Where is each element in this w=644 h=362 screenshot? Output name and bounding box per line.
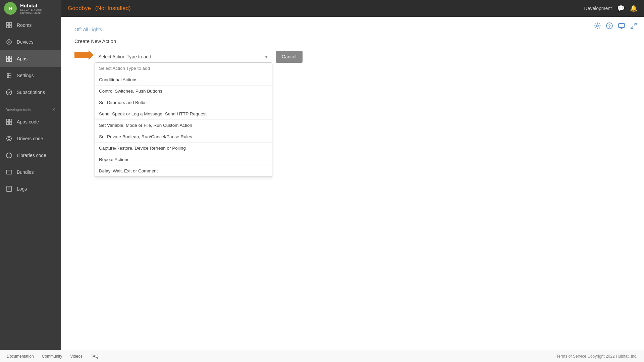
dropdown-item-placeholder[interactable]: Select Action Type to add — [95, 63, 272, 74]
dropdown-item-repeat-actions[interactable]: Repeat Actions — [95, 154, 272, 165]
apps-icon — [5, 55, 13, 62]
apps-label: Apps — [17, 56, 28, 61]
settings-label: Settings — [17, 73, 34, 78]
sidebar-item-subscriptions[interactable]: Subscriptions — [0, 84, 61, 101]
svg-rect-15 — [9, 59, 12, 61]
sidebar: Rooms Devices — [0, 17, 61, 350]
cancel-button[interactable]: Cancel — [276, 51, 303, 63]
svg-rect-5 — [9, 25, 12, 28]
sidebar-item-apps-code[interactable]: Apps code — [0, 113, 61, 130]
svg-rect-13 — [9, 56, 12, 58]
svg-line-48 — [631, 27, 633, 29]
svg-rect-35 — [6, 170, 12, 174]
bundles-label: Bundles — [17, 169, 34, 175]
content-inner: ? — [61, 17, 644, 73]
svg-rect-14 — [6, 59, 9, 61]
dropdown-item-control-switches[interactable]: Control Switches, Push Buttons — [95, 86, 272, 97]
footer-copyright: Terms of Service Copyright 2022 Hubitat,… — [556, 354, 637, 359]
env-label: Development — [584, 6, 612, 11]
footer-link-community[interactable]: Community — [42, 354, 62, 359]
settings-icon — [5, 72, 13, 79]
rooms-label: Rooms — [17, 22, 32, 28]
logo-text: Hubitat ELEVATE YOUR ENVIRONMENT — [20, 3, 57, 14]
footer: Documentation Community Videos FAQ Terms… — [0, 350, 644, 362]
footer-link-videos[interactable]: Videos — [70, 354, 82, 359]
brand-tagline: ELEVATE YOUR ENVIRONMENT — [20, 8, 57, 14]
section-title: Create New Action — [74, 38, 631, 44]
svg-rect-12 — [6, 56, 9, 58]
svg-rect-3 — [9, 22, 12, 25]
svg-point-21 — [7, 76, 9, 78]
drivers-code-label: Drivers code — [17, 136, 43, 141]
breadcrumb: Off: All Lights — [74, 27, 631, 32]
toolbar-display-icon[interactable] — [618, 22, 625, 31]
sidebar-item-logs[interactable]: Logs — [0, 180, 61, 197]
libraries-code-icon — [5, 152, 13, 159]
collapse-icon[interactable]: ✕ — [52, 107, 56, 112]
svg-rect-44 — [619, 23, 625, 28]
svg-line-47 — [634, 23, 636, 25]
toolbar-help-icon[interactable]: ? — [606, 22, 613, 31]
dropdown-item-conditional[interactable]: Conditional Actions — [95, 74, 272, 86]
toolbar-expand-icon[interactable] — [630, 22, 637, 31]
svg-rect-25 — [6, 122, 9, 124]
arrow-body — [74, 52, 89, 58]
footer-link-documentation[interactable]: Documentation — [7, 354, 34, 359]
devices-label: Devices — [17, 39, 34, 45]
dropdown-item-capture-restore[interactable]: Capture/Restore, Device Refresh or Polli… — [95, 143, 272, 154]
svg-rect-24 — [9, 119, 12, 121]
chevron-down-icon: ▼ — [264, 54, 269, 59]
svg-text:?: ? — [608, 23, 611, 29]
dropdown-item-set-private[interactable]: Set Private Boolean, Run/Cancel/Pause Ru… — [95, 131, 272, 143]
subscriptions-label: Subscriptions — [17, 90, 45, 95]
sidebar-item-rooms[interactable]: Rooms — [0, 17, 61, 34]
action-row: Select Action Type to add ▼ Select Actio… — [74, 51, 631, 63]
svg-rect-26 — [9, 122, 12, 124]
select-current-value: Select Action Type to add — [98, 54, 151, 59]
brand-name: Hubitat — [20, 3, 57, 8]
svg-point-28 — [8, 138, 10, 140]
libraries-code-label: Libraries code — [17, 153, 46, 158]
sidebar-item-apps[interactable]: Apps — [0, 50, 61, 67]
bundles-icon — [5, 168, 13, 176]
page-title: Goodbye (Not Installed) — [61, 5, 584, 12]
dropdown-item-send-speak[interactable]: Send, Speak or Log a Message, Send HTTP … — [95, 108, 272, 120]
content-toolbar: ? — [594, 22, 637, 31]
dev-tools-section: Developer tools ✕ — [0, 104, 61, 113]
svg-point-20 — [9, 75, 11, 76]
sidebar-item-devices[interactable]: Devices — [0, 34, 61, 50]
select-wrapper: Select Action Type to add ▼ Select Actio… — [95, 51, 272, 63]
svg-point-19 — [7, 73, 9, 74]
svg-point-7 — [8, 41, 10, 43]
chat-icon[interactable]: 💬 — [617, 5, 625, 12]
svg-point-41 — [596, 25, 598, 27]
svg-point-27 — [7, 136, 11, 141]
apps-code-icon — [5, 118, 13, 125]
svg-rect-2 — [6, 22, 9, 25]
sidebar-item-drivers-code[interactable]: Drivers code — [0, 130, 61, 147]
footer-link-faq[interactable]: FAQ — [91, 354, 99, 359]
topbar-right: Development 💬 🔔 — [584, 5, 644, 12]
logs-icon — [5, 185, 13, 193]
logs-label: Logs — [17, 186, 27, 192]
logo-icon: H — [4, 2, 17, 15]
sidebar-item-settings[interactable]: Settings — [0, 67, 61, 84]
sidebar-item-bundles[interactable]: Bundles — [0, 164, 61, 180]
install-status: (Not Installed) — [95, 5, 131, 11]
action-type-select[interactable]: Select Action Type to add ▼ — [95, 51, 272, 63]
arrow-indicator — [74, 52, 89, 58]
svg-rect-23 — [6, 119, 9, 121]
dropdown-item-set-variable[interactable]: Set Variable, Mode or File, Run Custom A… — [95, 120, 272, 131]
dropdown-item-set-dimmers[interactable]: Set Dimmers and Bulbs — [95, 97, 272, 108]
rooms-icon — [5, 21, 13, 29]
logo: H Hubitat ELEVATE YOUR ENVIRONMENT — [0, 0, 61, 17]
devices-icon — [5, 38, 13, 46]
dropdown-item-delay-wait[interactable]: Delay, Wait, Exit or Comment — [95, 165, 272, 176]
subscriptions-icon — [5, 89, 13, 96]
sidebar-item-libraries-code[interactable]: Libraries code — [0, 147, 61, 164]
svg-rect-4 — [6, 25, 9, 28]
arrow-head — [89, 50, 94, 60]
drivers-code-icon — [5, 135, 13, 142]
toolbar-settings-icon[interactable] — [594, 22, 601, 31]
bell-icon[interactable]: 🔔 — [630, 5, 637, 12]
